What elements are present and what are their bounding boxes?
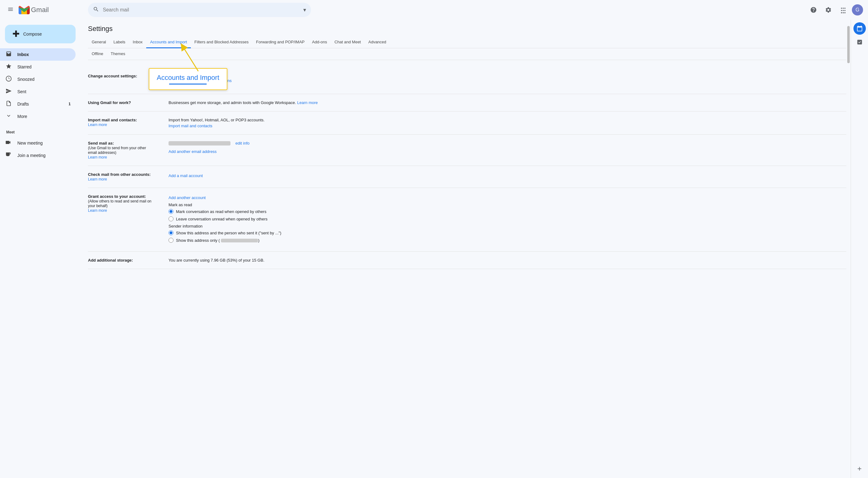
section-check-mail: Check mail from other accounts: Learn mo… <box>88 166 861 188</box>
sent-icon <box>5 88 12 96</box>
radio-show-both: Show this address and the person who sen… <box>168 230 861 235</box>
tab-general[interactable]: General <box>88 36 110 48</box>
section-send-mail: Send mail as: (Use Gmail to send from yo… <box>88 135 861 166</box>
svg-line-0 <box>183 46 198 71</box>
starred-label: Starred <box>17 64 32 69</box>
panel-add-button[interactable]: + <box>857 465 862 473</box>
send-mail-sub1: (Use Gmail to send from your other <box>88 146 146 150</box>
arrow-svg <box>180 43 242 74</box>
tab-advanced[interactable]: Advanced <box>365 36 390 48</box>
tab-themes[interactable]: Themes <box>107 48 129 60</box>
drafts-label: Drafts <box>17 101 29 106</box>
sidebar-item-starred[interactable]: Starred <box>0 61 75 73</box>
scroll-area[interactable] <box>846 20 851 478</box>
compose-plus-icon: ✚ <box>12 30 20 38</box>
add-mail-account-link[interactable]: Add a mail account <box>168 173 861 178</box>
gmail-work-learn-more[interactable]: Learn more <box>297 100 317 105</box>
tab-addons[interactable]: Add-ons <box>308 36 331 48</box>
apps-icon[interactable] <box>837 4 849 16</box>
send-mail-learn-more[interactable]: Learn more <box>88 155 107 159</box>
help-icon[interactable] <box>807 4 820 16</box>
settings-title: Settings <box>88 25 861 33</box>
radio-show-both-input[interactable] <box>168 230 174 235</box>
sender-info-group: Sender information Show this address and… <box>168 224 861 243</box>
calendar-panel-icon[interactable] <box>854 22 866 35</box>
gmail-logo: Gmail <box>19 6 49 14</box>
check-mail-value: Add a mail account <box>168 172 861 182</box>
add-storage-value: You are currently using 7.96 GB (53%) of… <box>168 258 861 262</box>
grant-access-sub2: your behalf) <box>88 204 107 208</box>
compose-button[interactable]: ✚ Compose <box>5 25 75 43</box>
storage-text: You are currently using 7.96 GB (53%) of… <box>168 258 265 262</box>
email-blurred <box>168 141 230 146</box>
search-icon <box>93 6 99 14</box>
sidebar-item-join-meeting[interactable]: Join a meeting <box>5 149 75 162</box>
mark-as-read-label: Mark as read <box>168 202 861 207</box>
radio-show-address-only-label: Show this address only ( ) <box>176 238 259 243</box>
check-mail-learn-more[interactable]: Learn more <box>88 177 107 182</box>
meet-section: Meet New meeting Join a meeting <box>0 130 81 162</box>
mark-as-read-group: Mark as read Mark conversation as read w… <box>168 202 861 221</box>
grant-access-learn-more[interactable]: Learn more <box>88 209 107 213</box>
more-icon <box>5 113 12 121</box>
tasks-panel-icon[interactable] <box>854 36 866 48</box>
section-import-mail: Import mail and contacts: Learn more Imp… <box>88 111 861 135</box>
sender-info-label: Sender information <box>168 224 861 228</box>
sidebar-item-snoozed[interactable]: Snoozed <box>0 73 75 86</box>
new-meeting-label: New meeting <box>17 140 43 146</box>
starred-icon <box>5 63 12 71</box>
add-another-account-link[interactable]: Add another account <box>168 195 861 200</box>
radio-mark-read-input[interactable] <box>168 209 174 214</box>
topbar-left: Gmail <box>5 4 86 17</box>
radio-leave-unread-input[interactable] <box>168 216 174 221</box>
search-input[interactable] <box>103 7 300 13</box>
tab-labels[interactable]: Labels <box>110 36 129 48</box>
tab-forwarding[interactable]: Forwarding and POP/IMAP <box>252 36 308 48</box>
sidebar-item-new-meeting[interactable]: New meeting <box>5 137 75 149</box>
sidebar-item-inbox[interactable]: Inbox <box>0 48 75 61</box>
topbar: Gmail ▾ G <box>0 0 868 20</box>
grant-access-label: Grant access to your account: (Allow oth… <box>88 194 156 245</box>
tab-offline[interactable]: Offline <box>88 48 107 60</box>
radio-leave-unread: Leave conversation unread when opened by… <box>168 216 861 221</box>
radio-show-address-only-input[interactable] <box>168 238 174 243</box>
section-add-storage: Add additional storage: You are currentl… <box>88 252 861 269</box>
settings-icon[interactable] <box>822 4 835 16</box>
menu-icon[interactable] <box>5 4 16 17</box>
tooltip-text: Accounts and Import <box>157 74 219 82</box>
radio-mark-read: Mark conversation as read when opened by… <box>168 209 861 214</box>
search-dropdown-icon[interactable]: ▾ <box>303 6 306 13</box>
section-gmail-work: Using Gmail for work? Businesses get mor… <box>88 94 861 111</box>
sidebar-item-drafts[interactable]: Drafts 1 <box>0 98 75 110</box>
radio-show-address-only: Show this address only ( ) <box>168 238 861 243</box>
tab-chat-meet[interactable]: Chat and Meet <box>331 36 365 48</box>
sent-label: Sent <box>17 89 26 94</box>
import-learn-more[interactable]: Learn more <box>88 123 107 127</box>
drafts-badge: 1 <box>68 102 71 106</box>
import-description: Import from Yahoo!, Hotmail, AOL, or POP… <box>168 118 265 122</box>
add-storage-label: Add additional storage: <box>88 258 156 262</box>
snoozed-icon <box>5 75 12 83</box>
search-bar: ▾ <box>88 3 311 17</box>
new-meeting-icon <box>5 139 12 147</box>
join-meeting-label: Join a meeting <box>17 153 45 158</box>
compose-label: Compose <box>23 32 42 36</box>
tooltip-overlay: Accounts and Import <box>149 68 227 90</box>
change-account-value: Change password Change password recovery… <box>168 74 861 88</box>
sidebar-item-more[interactable]: More <box>0 110 75 123</box>
import-action-link[interactable]: Import mail and contacts <box>168 124 861 128</box>
tab-inbox[interactable]: Inbox <box>129 36 147 48</box>
edit-info-link[interactable]: edit info <box>236 141 250 146</box>
join-meeting-icon <box>5 152 12 159</box>
meet-section-label: Meet <box>5 130 75 134</box>
add-email-link[interactable]: Add another email address <box>168 149 861 154</box>
radio-leave-unread-label: Leave conversation unread when opened by… <box>176 217 268 221</box>
gmail-work-text: Businesses get more storage, and admin t… <box>168 100 296 105</box>
snoozed-label: Snoozed <box>17 77 34 82</box>
scrollbar-thumb[interactable] <box>847 26 850 63</box>
sidebar-item-sent[interactable]: Sent <box>0 86 75 98</box>
topbar-right: G <box>807 4 863 16</box>
inbox-label: Inbox <box>17 52 29 57</box>
drafts-icon <box>5 100 12 108</box>
avatar[interactable]: G <box>852 4 863 15</box>
